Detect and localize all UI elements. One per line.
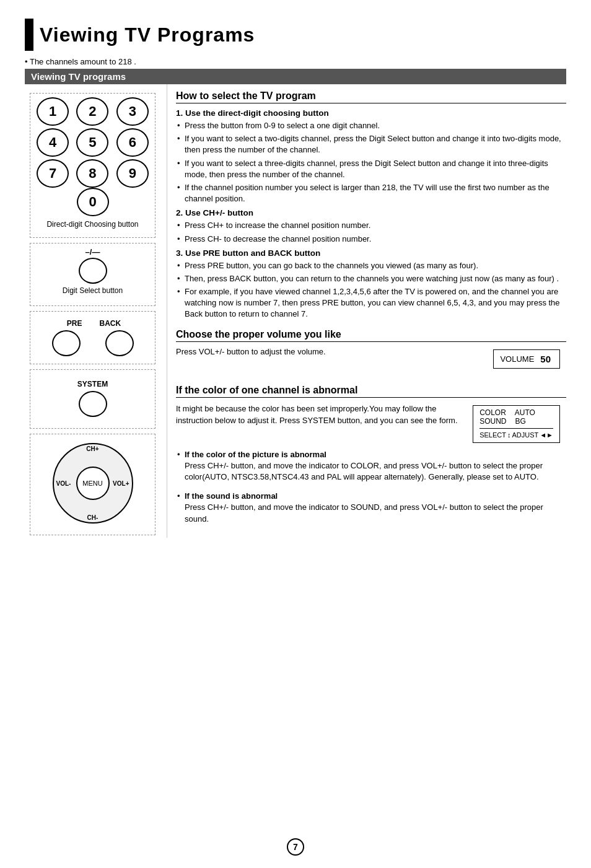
system-area: SYSTEM <box>38 380 147 417</box>
controller-area: CH+ VOL- MENU VOL+ CH- <box>33 443 152 524</box>
numpad-label: Direct-digit Choosing button <box>33 220 152 230</box>
title-accent <box>25 19 33 51</box>
pre-back-labels: PRE BACK <box>64 319 121 328</box>
sound-bullets: If the sound is abnormal Press CH+/- but… <box>176 491 566 525</box>
bg-label: BG <box>515 417 525 426</box>
step1-bullets: Press the button from 0-9 to select a on… <box>176 120 566 204</box>
channels-note: • The channels amount to 218 . <box>25 57 566 66</box>
step3-bullet-2: Then, press BACK button, you can return … <box>176 273 566 284</box>
step3-title: 3. Use PRE button and BACK button <box>176 248 566 258</box>
color-section: If the color of one channel is abnormal … <box>176 385 566 527</box>
color-select-row: SELECT ↕ ADJUST ◄► <box>479 431 553 439</box>
ctrl-top-label: CH+ <box>86 445 98 452</box>
sound-bullet-1: If the sound is abnormal Press CH+/- but… <box>176 491 566 525</box>
left-panel: 1 2 3 4 5 6 7 8 9 0 Direct-digit Choosi <box>25 84 167 538</box>
step2-title: 2. Use CH+/- button <box>176 208 566 217</box>
digit-select-label: Digit Select button <box>63 286 123 296</box>
section2-title: Choose the proper volume you like <box>176 329 566 342</box>
volume-label: VOLUME <box>500 354 534 364</box>
ctrl-bottom-label: CH- <box>87 514 98 521</box>
subtitle-bar: Viewing TV programs <box>25 69 566 84</box>
numpad-row-2: 4 5 6 <box>33 128 152 157</box>
controller: CH+ VOL- MENU VOL+ CH- <box>53 443 133 524</box>
volume-value: 50 <box>540 354 551 364</box>
controller-box: CH+ VOL- MENU VOL+ CH- <box>30 434 155 535</box>
step3-bullets: Press PRE button, you can go back to the… <box>176 260 566 320</box>
section3-title: If the color of one channel is abnormal <box>176 385 566 398</box>
step1-title: 1. Use the direct-digit choosing button <box>176 108 566 118</box>
step1-bullet-1: Press the button from 0-9 to select a on… <box>176 120 566 131</box>
back-btn[interactable] <box>105 330 134 356</box>
color-label: COLOR <box>479 408 506 417</box>
num-btn-9[interactable]: 9 <box>116 159 149 188</box>
num-btn-7[interactable]: 7 <box>37 159 69 188</box>
pre-back-buttons <box>52 330 134 356</box>
system-box: SYSTEM <box>30 369 155 429</box>
numpad-row-3: 7 8 9 <box>33 159 152 188</box>
section1-title: How to select the TV program <box>176 90 566 103</box>
ctrl-left-label: VOL- <box>56 480 71 487</box>
numpad-row-1: 1 2 3 <box>33 97 152 126</box>
title-bar: Viewing TV Programs <box>25 19 566 51</box>
color-display: COLOR AUTO SOUND BG SELECT ↕ ADJUST ◄► <box>473 405 560 443</box>
step2-bullet-1: Press CH+ to increase the channel positi… <box>176 220 566 231</box>
sound-bullet-text: Press CH+/- button, and move the indicat… <box>185 502 543 523</box>
step2-bullets: Press CH+ to increase the channel positi… <box>176 220 566 244</box>
page: Viewing TV Programs • The channels amoun… <box>0 0 591 868</box>
dash-label: –/— <box>85 247 100 256</box>
digit-select-btn[interactable] <box>79 258 107 284</box>
select-arrows: ↕ <box>507 431 511 439</box>
color-bullet1-title: If the color of the picture is abnormal <box>185 450 326 459</box>
num-btn-6[interactable]: 6 <box>116 128 149 157</box>
pre-btn[interactable] <box>52 330 81 356</box>
pre-back-box: PRE BACK <box>30 311 155 364</box>
adjust-arrows: ◄► <box>540 431 553 439</box>
digit-select-area: –/— Digit Select button <box>33 247 152 299</box>
num-btn-4[interactable]: 4 <box>37 128 69 157</box>
sound-label: SOUND <box>479 417 506 426</box>
numpad-zero-row: 0 <box>33 188 152 216</box>
color-row-2: SOUND BG <box>479 417 553 426</box>
num-btn-3[interactable]: 3 <box>116 97 149 126</box>
page-number: 7 <box>287 838 304 856</box>
color-bullets: If the color of the picture is abnormal … <box>176 449 566 483</box>
select-label: SELECT <box>479 431 506 439</box>
num-btn-2[interactable]: 2 <box>76 97 108 126</box>
system-btn[interactable] <box>79 391 107 417</box>
num-btn-0[interactable]: 0 <box>77 188 109 216</box>
step1-bullet-4: If the channel position number you selec… <box>176 182 566 204</box>
color-bullet1-text: Press CH+/- button, and move the indicat… <box>185 461 543 481</box>
step1-bullet-3: If you want to select a three-digits cha… <box>176 158 566 180</box>
num-btn-8[interactable]: 8 <box>76 159 108 188</box>
step1-bullet-2: If you want to select a two-digits chann… <box>176 133 566 156</box>
color-bullet-1: If the color of the picture is abnormal … <box>176 449 566 483</box>
section1: How to select the TV program 1. Use the … <box>176 90 566 320</box>
numpad-box: 1 2 3 4 5 6 7 8 9 0 Direct-digit Choosi <box>30 93 155 238</box>
color-separator <box>479 428 553 429</box>
adjust-label: ADJUST <box>512 431 538 439</box>
main-content: 1 2 3 4 5 6 7 8 9 0 Direct-digit Choosi <box>25 84 566 538</box>
digit-select-box: –/— Digit Select button <box>30 243 155 307</box>
step3-bullet-1: Press PRE button, you can go back to the… <box>176 260 566 271</box>
pre-back-area: PRE BACK <box>38 319 147 356</box>
right-panel: How to select the TV program 1. Use the … <box>167 84 566 538</box>
step3-bullet-3: For example, if you have viewed channel … <box>176 286 566 320</box>
step2-bullet-2: Press CH- to decrease the channel positi… <box>176 234 566 245</box>
volume-section: Choose the proper volume you like VOLUME… <box>176 329 566 375</box>
volume-display: VOLUME 50 <box>493 349 560 369</box>
page-title: Viewing TV Programs <box>40 24 255 46</box>
menu-btn[interactable]: MENU <box>76 467 110 500</box>
num-btn-1[interactable]: 1 <box>37 97 69 126</box>
color-row-1: COLOR AUTO <box>479 408 553 417</box>
num-btn-5[interactable]: 5 <box>76 128 108 157</box>
auto-label: AUTO <box>515 408 535 417</box>
system-label: SYSTEM <box>77 380 108 388</box>
ctrl-right-label: VOL+ <box>113 480 129 487</box>
sound-bullet-title: If the sound is abnormal <box>185 491 278 501</box>
